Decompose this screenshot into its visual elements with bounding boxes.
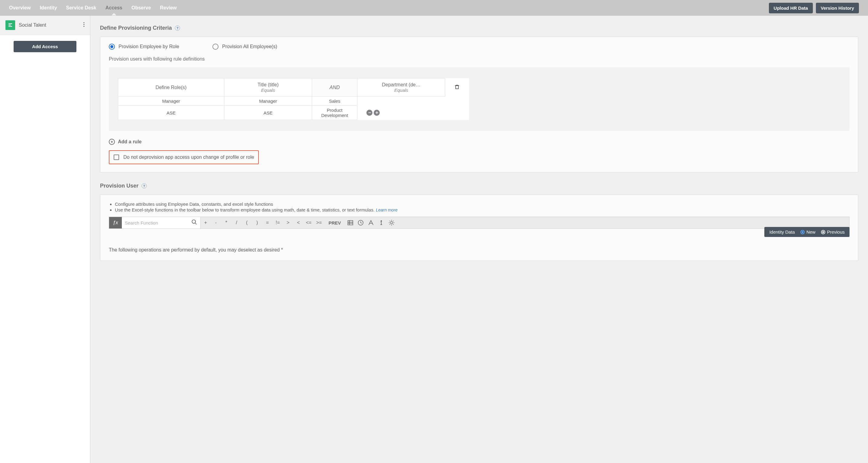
svg-rect-5 xyxy=(348,221,353,225)
criteria-heading: Define Provisioning Criteria xyxy=(100,25,172,31)
formula-toolbar: ƒx + - * / ( ) = != > < <= >= PR xyxy=(109,217,849,229)
cell-dept: Product Development xyxy=(312,106,357,120)
tab-identity[interactable]: Identity xyxy=(40,0,57,16)
col-role-header: Define Role(s) xyxy=(118,79,224,97)
deprovision-option-highlight: Do not deprovision app access upon chang… xyxy=(109,150,259,164)
radio-provision-all[interactable]: Provision All Employee(s) xyxy=(213,43,277,50)
op-divide[interactable]: / xyxy=(231,217,242,228)
add-row-icon[interactable]: + xyxy=(374,110,380,116)
plus-circle-icon: + xyxy=(109,139,115,145)
more-menu-icon[interactable] xyxy=(83,22,85,28)
delete-rule-action[interactable] xyxy=(445,79,469,97)
provision-user-heading: Provision User xyxy=(100,183,138,189)
tab-review[interactable]: Review xyxy=(160,0,177,16)
search-icon[interactable] xyxy=(191,219,197,226)
radio-icon xyxy=(109,43,115,50)
cell-role: ASE xyxy=(118,106,224,120)
rule-box: Define Role(s) Title (title) Equals AND … xyxy=(109,67,849,131)
identity-data-label: Identity Data xyxy=(769,229,795,235)
table-row[interactable]: Manager Manager Sales xyxy=(118,97,469,106)
svg-point-1 xyxy=(83,24,84,25)
deprovision-label: Do not deprovision app access upon chang… xyxy=(123,155,254,160)
add-rule-button[interactable]: + Add a rule xyxy=(109,139,849,145)
fx-icon[interactable]: ƒx xyxy=(109,217,122,228)
top-actions: Upload HR Data Version History xyxy=(769,3,859,13)
help-icon[interactable]: ? xyxy=(175,26,180,31)
cell-role: Manager xyxy=(118,97,224,106)
text-icon[interactable] xyxy=(366,217,376,228)
tab-access[interactable]: Access xyxy=(105,0,122,16)
op-lt[interactable]: < xyxy=(293,217,304,228)
op-paren-close[interactable]: ) xyxy=(252,217,262,228)
cell-title: ASE xyxy=(224,106,312,120)
add-access-button[interactable]: Add Access xyxy=(13,41,76,52)
rules-table: Define Role(s) Title (title) Equals AND … xyxy=(118,78,469,120)
op-not-equals[interactable]: != xyxy=(273,217,283,228)
info-icon[interactable] xyxy=(376,217,387,228)
prev-button[interactable]: PREV xyxy=(324,217,345,228)
deprovision-checkbox[interactable] xyxy=(114,155,119,160)
svg-point-3 xyxy=(192,220,196,224)
cell-dept: Sales xyxy=(312,97,357,106)
identity-data-toggle: Identity Data New Previous xyxy=(764,227,849,237)
settings-icon[interactable] xyxy=(387,217,397,228)
tab-service-desk[interactable]: Service Desk xyxy=(66,0,96,16)
list-item: Use the Excel-style functions in the too… xyxy=(115,207,849,212)
svg-point-0 xyxy=(83,22,84,23)
table-row[interactable]: ASE ASE Product Development − + xyxy=(118,106,469,120)
sidebar: Social Talent Add Access xyxy=(0,16,90,463)
radio-label: Provision Employee by Role xyxy=(119,44,179,50)
sidebar-app-label: Social Talent xyxy=(19,23,46,28)
add-rule-label: Add a rule xyxy=(118,139,142,145)
op-gte[interactable]: >= xyxy=(314,217,324,228)
main-content: Define Provisioning Criteria ? Provision… xyxy=(90,16,868,463)
grid-icon[interactable] xyxy=(345,217,356,228)
list-item: Configure attributes using Employee Data… xyxy=(115,202,849,207)
op-equals[interactable]: = xyxy=(262,217,273,228)
upload-hr-data-button[interactable]: Upload HR Data xyxy=(769,3,813,13)
clock-icon[interactable] xyxy=(356,217,366,228)
op-multiply[interactable]: * xyxy=(221,217,231,228)
op-gt[interactable]: > xyxy=(283,217,293,228)
svg-point-13 xyxy=(381,221,382,221)
identity-option-previous[interactable]: Previous xyxy=(821,229,845,235)
radio-provision-by-role[interactable]: Provision Employee by Role xyxy=(109,43,179,50)
criteria-panel: Provision Employee by Role Provision All… xyxy=(100,37,858,173)
top-nav: Overview Identity Service Desk Access Ob… xyxy=(0,0,868,16)
app-logo-icon xyxy=(5,20,15,30)
tab-observe[interactable]: Observe xyxy=(131,0,151,16)
svg-line-11 xyxy=(361,223,362,223)
radio-label: Provision All Employee(s) xyxy=(222,44,277,50)
op-lte[interactable]: <= xyxy=(304,217,314,228)
rule-description: Provision users with following rule defi… xyxy=(109,56,849,62)
svg-point-2 xyxy=(83,26,84,27)
op-minus[interactable]: - xyxy=(211,217,221,228)
sidebar-app-row[interactable]: Social Talent xyxy=(0,16,90,35)
nav-tabs: Overview Identity Service Desk Access Ob… xyxy=(9,0,177,16)
cell-title: Manager xyxy=(224,97,312,106)
col-title-header: Title (title) Equals xyxy=(224,79,312,97)
learn-more-link[interactable]: Learn more xyxy=(376,208,398,212)
function-search[interactable] xyxy=(122,217,200,228)
and-label: AND xyxy=(312,79,357,97)
svg-point-17 xyxy=(391,221,393,224)
col-dept-header: Department (de… Equals xyxy=(357,79,445,97)
svg-line-4 xyxy=(195,223,197,224)
remove-row-icon[interactable]: − xyxy=(366,110,372,116)
op-plus[interactable]: + xyxy=(200,217,211,228)
help-icon[interactable]: ? xyxy=(142,183,147,188)
tab-overview[interactable]: Overview xyxy=(9,0,31,16)
identity-option-new[interactable]: New xyxy=(800,229,815,235)
provision-user-panel: Configure attributes using Employee Data… xyxy=(100,194,858,261)
instruction-list: Configure attributes using Employee Data… xyxy=(109,202,849,212)
op-paren-open[interactable]: ( xyxy=(242,217,252,228)
radio-icon xyxy=(213,43,218,50)
default-operations-text: The following operations are performed b… xyxy=(109,247,849,253)
search-input[interactable] xyxy=(125,220,191,225)
version-history-button[interactable]: Version History xyxy=(816,3,859,13)
